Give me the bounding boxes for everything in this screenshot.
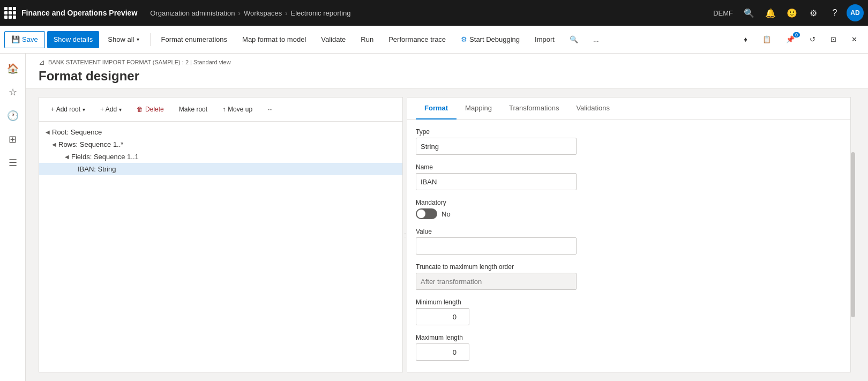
performance-trace-button[interactable]: Performance trace [382, 31, 452, 48]
filter-icon[interactable]: ⊿ [39, 58, 45, 66]
tree-more-label: ··· [267, 106, 273, 113]
toolbar-icon-btn-2[interactable]: 📋 [756, 31, 777, 48]
min-length-input[interactable] [416, 308, 469, 325]
map-format-to-model-button[interactable]: Map format to model [236, 31, 312, 48]
delete-icon: 🗑 [137, 106, 143, 113]
delete-label: Delete [145, 106, 164, 113]
truncate-input[interactable] [416, 273, 577, 290]
toolbar-more-button[interactable]: ... [587, 31, 605, 48]
max-length-label: Maximum length [416, 334, 842, 341]
toolbar-more-label: ... [593, 35, 599, 43]
min-length-group: Minimum length [416, 298, 842, 325]
max-length-input[interactable] [416, 343, 469, 361]
toolbar-search-button[interactable]: 🔍 [563, 31, 585, 48]
make-root-label: Make root [179, 106, 207, 113]
tree-item-root[interactable]: ◀ Root: Sequence [39, 126, 402, 138]
show-details-button[interactable]: Show details [47, 31, 100, 48]
demf-label: DEMF [713, 9, 733, 17]
import-label: Import [535, 35, 555, 43]
save-button[interactable]: 💾 Save [4, 31, 45, 48]
mandatory-toggle-row: No [416, 208, 842, 219]
sidebar-recent-icon[interactable]: 🕐 [2, 105, 24, 126]
settings-button[interactable]: ⚙ [804, 3, 823, 23]
start-debugging-button[interactable]: ⚙ Start Debugging [454, 31, 526, 48]
mandatory-label: Mandatory [416, 199, 842, 206]
notification-button[interactable]: 🔔 [761, 3, 780, 23]
show-all-label: Show all [108, 35, 134, 43]
truncate-group: Truncate to maximum length order [416, 263, 842, 290]
value-label: Value [416, 228, 842, 235]
validate-label: Validate [321, 35, 346, 43]
show-all-button[interactable]: Show all ▾ [101, 31, 145, 48]
tab-validations-label: Validations [576, 104, 610, 112]
import-button[interactable]: Import [528, 31, 561, 48]
add-root-button[interactable]: + Add root ▾ [46, 102, 91, 117]
sidebar-home-icon[interactable]: 🏠 [2, 58, 24, 79]
props-panel: Format Mapping Transformations Validatio… [407, 97, 851, 372]
emoji-button[interactable]: 🙂 [782, 3, 802, 23]
sidebar-star-icon[interactable]: ☆ [2, 81, 24, 103]
user-avatar[interactable]: AD [847, 4, 864, 21]
tab-validations[interactable]: Validations [567, 98, 618, 119]
tree-content: ◀ Root: Sequence ◀ Rows: Sequence 1..* ◀… [39, 122, 402, 372]
format-enumerations-button[interactable]: Format enumerations [155, 31, 234, 48]
app-menu-button[interactable] [4, 6, 17, 19]
run-label: Run [361, 35, 373, 43]
add-button[interactable]: + Add ▾ [95, 102, 127, 117]
toolbar-icon-btn-4[interactable]: ↺ [803, 31, 822, 48]
debug-icon: ⚙ [461, 35, 467, 43]
performance-trace-label: Performance trace [388, 35, 446, 43]
tree-item-root-label: Root: Sequence [52, 128, 102, 136]
sidebar-list-icon[interactable]: ☰ [2, 152, 24, 174]
page-title: Format designer [39, 69, 855, 84]
tab-transformations[interactable]: Transformations [500, 98, 567, 119]
toolbar-icon-btn-1[interactable]: ♦ [737, 31, 754, 48]
help-button[interactable]: ? [825, 3, 844, 23]
map-format-label: Map format to model [242, 35, 306, 43]
validate-button[interactable]: Validate [315, 31, 352, 48]
breadcrumb-sep-2: › [285, 9, 287, 17]
tab-format-label: Format [424, 104, 448, 112]
mandatory-toggle[interactable] [416, 208, 437, 219]
type-input[interactable] [416, 138, 577, 155]
toolbar-divider-1 [150, 33, 151, 46]
breadcrumb-org-admin[interactable]: Organization administration [150, 9, 235, 17]
breadcrumb-erp[interactable]: Electronic reporting [291, 9, 351, 17]
tree-toolbar: + Add root ▾ + Add ▾ 🗑 Delete Make root [39, 98, 402, 122]
add-label: + Add [100, 106, 117, 113]
add-root-label: + Add root [51, 106, 80, 113]
name-input[interactable] [416, 173, 577, 190]
tree-item-fields[interactable]: ◀ Fields: Sequence 1..1 [39, 151, 402, 163]
top-nav-actions: DEMF 🔍 🔔 🙂 ⚙ ? AD [713, 3, 864, 23]
type-group: Type [416, 128, 842, 155]
breadcrumb-workspaces[interactable]: Workspaces [244, 9, 282, 17]
content-area: ⊿ BANK STATEMENT IMPORT FORMAT (SAMPLE) … [26, 54, 868, 381]
panel-resize-handle[interactable]: ⋮ [403, 97, 407, 372]
toolbar-close-button[interactable]: ✕ [845, 31, 864, 48]
tab-mapping[interactable]: Mapping [457, 98, 500, 119]
delete-button[interactable]: 🗑 Delete [131, 102, 169, 117]
tree-item-rows-label: Rows: Sequence 1..* [58, 140, 123, 148]
name-group: Name [416, 163, 842, 190]
move-up-button[interactable]: ↑ Move up [217, 102, 258, 117]
search-nav-button[interactable]: 🔍 [739, 3, 759, 23]
scrollbar-track[interactable] [851, 97, 855, 372]
breadcrumb-sep-1: › [238, 9, 241, 17]
value-input[interactable] [416, 237, 577, 255]
toolbar-icon-btn-badge[interactable]: 📌 0 [780, 31, 801, 48]
make-root-button[interactable]: Make root [174, 102, 213, 117]
tab-format[interactable]: Format [416, 98, 457, 119]
tree-item-rows[interactable]: ◀ Rows: Sequence 1..* [39, 138, 402, 151]
max-length-group: Maximum length [416, 334, 842, 361]
min-length-label: Minimum length [416, 298, 842, 306]
add-root-arrow-icon: ▾ [83, 107, 85, 113]
run-button[interactable]: Run [354, 31, 380, 48]
tree-arrow-fields: ◀ [65, 154, 69, 160]
toolbar-icon-btn-5[interactable]: ⊡ [824, 31, 843, 48]
scrollbar-thumb[interactable] [851, 152, 855, 317]
sidebar-workspace-icon[interactable]: ⊞ [2, 129, 24, 150]
grid-icon [4, 7, 16, 19]
tree-item-iban[interactable]: IBAN: String [39, 163, 402, 175]
tree-more-button[interactable]: ··· [262, 102, 278, 117]
truncate-label: Truncate to maximum length order [416, 263, 842, 271]
